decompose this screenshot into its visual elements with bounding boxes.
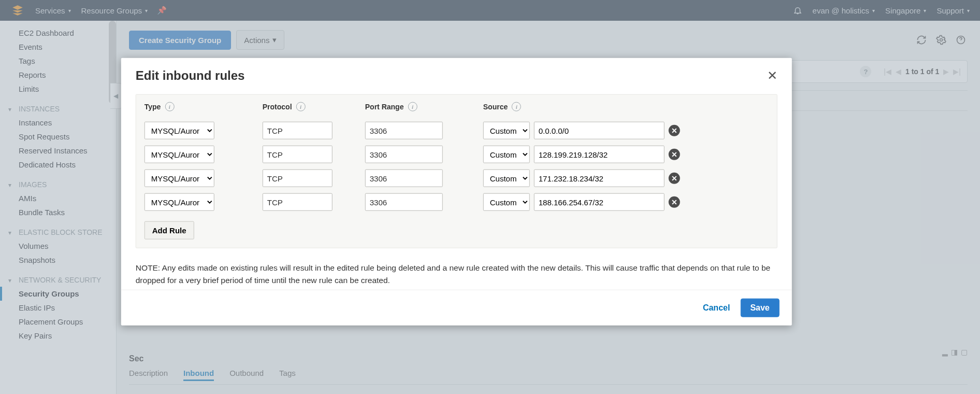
- rule-cidr-input[interactable]: [534, 146, 665, 163]
- rule-source-select[interactable]: Custom: [483, 122, 530, 139]
- add-rule-button[interactable]: Add Rule: [145, 221, 194, 240]
- rules-col-port: Port Rangei: [365, 102, 479, 111]
- delete-rule-icon[interactable]: ✕: [669, 196, 680, 208]
- rule-type-select[interactable]: MYSQL/Auror: [145, 170, 214, 187]
- rule-row: MYSQL/AurorCustom✕: [136, 190, 777, 214]
- rule-port-field: [365, 146, 443, 163]
- rule-protocol-field: [263, 146, 333, 163]
- info-icon[interactable]: i: [408, 102, 417, 111]
- rules-col-type: Typei: [145, 102, 258, 111]
- rule-cidr-input[interactable]: [534, 193, 665, 211]
- rule-protocol-field: [263, 122, 333, 139]
- rule-port-field: [365, 122, 443, 139]
- rule-cidr-input[interactable]: [534, 122, 665, 139]
- rules-col-protocol: Protocoli: [263, 102, 361, 111]
- delete-rule-icon[interactable]: ✕: [669, 125, 680, 136]
- rule-type-select[interactable]: MYSQL/Auror: [145, 122, 214, 139]
- info-icon[interactable]: i: [296, 102, 306, 111]
- cancel-button[interactable]: Cancel: [703, 303, 730, 313]
- rule-type-select[interactable]: MYSQL/Auror: [145, 146, 214, 163]
- rule-protocol-field: [263, 170, 333, 187]
- modal-note: NOTE: Any edits made on existing rules w…: [121, 257, 792, 290]
- delete-rule-icon[interactable]: ✕: [669, 149, 680, 160]
- rule-cidr-input[interactable]: [534, 170, 665, 187]
- modal-title: Edit inbound rules: [136, 68, 245, 83]
- modal-overlay: Edit inbound rules ✕ Typei Protocoli Por…: [0, 0, 980, 394]
- rule-row: MYSQL/AurorCustom✕: [136, 119, 777, 143]
- rule-protocol-field: [263, 193, 333, 211]
- delete-rule-icon[interactable]: ✕: [669, 173, 680, 184]
- rule-source-select[interactable]: Custom: [483, 146, 530, 163]
- save-button[interactable]: Save: [740, 299, 779, 317]
- rule-type-select[interactable]: MYSQL/Auror: [145, 193, 214, 211]
- info-icon[interactable]: i: [512, 102, 521, 111]
- modal-close-icon[interactable]: ✕: [767, 68, 777, 83]
- edit-inbound-rules-modal: Edit inbound rules ✕ Typei Protocoli Por…: [121, 58, 792, 326]
- rule-source-select[interactable]: Custom: [483, 193, 530, 211]
- rule-port-field: [365, 170, 443, 187]
- rules-table: Typei Protocoli Port Rangei Sourcei MYSQ…: [136, 94, 777, 248]
- rules-col-source: Sourcei: [483, 102, 665, 111]
- rule-row: MYSQL/AurorCustom✕: [136, 143, 777, 166]
- rule-row: MYSQL/AurorCustom✕: [136, 166, 777, 190]
- rule-port-field: [365, 193, 443, 211]
- rule-source-select[interactable]: Custom: [483, 170, 530, 187]
- info-icon[interactable]: i: [165, 102, 174, 111]
